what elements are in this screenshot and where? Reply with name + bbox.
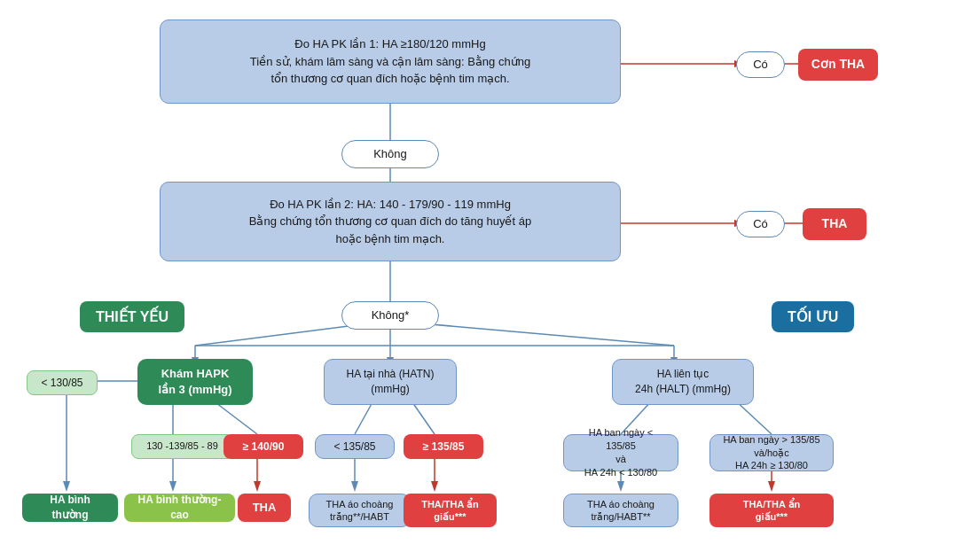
svg-marker-17: [169, 481, 176, 492]
ha-ngay-gt-box: HA ban ngày > 135/85 và/hoặc HA 24h ≥ 13…: [709, 434, 834, 471]
gte140-box: ≥ 140/90: [223, 434, 303, 459]
svg-marker-27: [431, 481, 438, 492]
tha-ao-choang1-text: THA áo choàng trắng**/HABT: [326, 498, 394, 524]
gte135-hatn-box: ≥ 135/85: [404, 434, 483, 459]
toi-uu-text: TỐI ƯU: [788, 309, 838, 324]
ha-binh-thuong-cao-box: HA bình thường-cao: [124, 494, 235, 522]
thiet-yeu-text: THIẾT YẾU: [96, 309, 169, 324]
gte135-hatn-text: ≥ 135/85: [423, 439, 465, 455]
tha-an-giau2-text: THA/THA ẩn giấu***: [743, 498, 801, 524]
kham-hapk-text: Khám HAPK lần 3 (mmHg): [158, 366, 231, 398]
svg-marker-33: [768, 481, 775, 492]
ha-ngay-lt-text: HA ban ngày < 135/85 và HA 24h < 130/80: [575, 426, 667, 478]
tha-ao-choang2-text: THA áo choàng trắng/HABT**: [587, 498, 655, 524]
svg-marker-31: [617, 481, 624, 492]
tha-main-box: THA: [803, 208, 866, 240]
tha-an-giau1-box: THA/THA ẩn giấu***: [404, 494, 497, 527]
ha-ngay-lt-box: HA ban ngày < 135/85 và HA 24h < 130/80: [563, 434, 678, 471]
khong2-label: Không*: [372, 307, 410, 323]
ha-binh-thuong-box: HA bình thường: [22, 494, 118, 522]
con-tha-box: Cơn THA: [798, 49, 878, 81]
con-tha-label: Cơn THA: [811, 56, 865, 74]
khong1-oval: Không: [341, 140, 439, 168]
svg-marker-21: [63, 481, 70, 492]
lt135-hatn-box: < 135/85: [315, 434, 395, 459]
lt135-hatn-text: < 135/85: [333, 439, 375, 455]
ha-tai-nha-text: HA tại nhà (HATN) (mmHg): [347, 367, 435, 397]
box1-text: Đo HA PK lần 1: HA ≥180/120 mmHg Tiền sử…: [250, 35, 530, 88]
diagram: Đo HA PK lần 1: HA ≥180/120 mmHg Tiền sử…: [0, 0, 972, 560]
co1-oval: Có: [736, 51, 785, 78]
svg-marker-19: [254, 481, 261, 492]
svg-marker-25: [351, 481, 358, 492]
box-measure-2: Đo HA PK lần 2: HA: 140 - 179/90 - 119 m…: [160, 182, 621, 261]
range130-box: 130 -139/85 - 89: [131, 434, 233, 459]
lt130-box: < 130/85: [27, 370, 98, 395]
ha-lien-tuc-box: HA liên tục 24h (HALT) (mmHg): [612, 359, 754, 405]
range130-text: 130 -139/85 - 89: [146, 439, 218, 453]
tha-ao-choang1-box: THA áo choàng trắng**/HABT: [309, 494, 411, 527]
kham-hapk-box: Khám HAPK lần 3 (mmHg): [137, 359, 253, 405]
tha-label: THA: [822, 215, 848, 233]
thiet-yeu-label: THIẾT YẾU: [80, 301, 184, 332]
tha-ao-choang2-box: THA áo choàng trắng/HABT**: [563, 494, 678, 527]
tha-result1-box: THA: [238, 494, 291, 522]
ha-tai-nha-box: HA tại nhà (HATN) (mmHg): [324, 359, 457, 405]
tha-result1-text: THA: [253, 500, 277, 516]
svg-line-15: [213, 401, 257, 434]
tha-an-giau1-text: THA/THA ẩn giấu***: [421, 498, 479, 524]
khong2-oval: Không*: [341, 301, 439, 330]
ha-lien-tuc-text: HA liên tục 24h (HALT) (mmHg): [635, 367, 731, 397]
toi-uu-label: TỐI ƯU: [772, 301, 854, 332]
co2-oval: Có: [736, 211, 785, 237]
co2-label: Có: [753, 216, 768, 232]
tha-an-giau2-box: THA/THA ẩn giấu***: [709, 494, 834, 527]
ha-binh-thuong-text: HA bình thường: [33, 493, 107, 523]
ha-binh-thuong-cao-text: HA bình thường-cao: [135, 493, 224, 523]
lt130-text: < 130/85: [41, 376, 82, 391]
box2-text: Đo HA PK lần 2: HA: 140 - 179/90 - 119 m…: [249, 196, 531, 248]
co1-label: Có: [753, 57, 768, 73]
gte140-text: ≥ 140/90: [243, 439, 285, 455]
box-measure-1: Đo HA PK lần 1: HA ≥180/120 mmHg Tiền sử…: [160, 19, 621, 104]
khong1-label: Không: [373, 146, 407, 162]
ha-ngay-gt-text: HA ban ngày > 135/85 và/hoặc HA 24h ≥ 13…: [723, 433, 819, 473]
